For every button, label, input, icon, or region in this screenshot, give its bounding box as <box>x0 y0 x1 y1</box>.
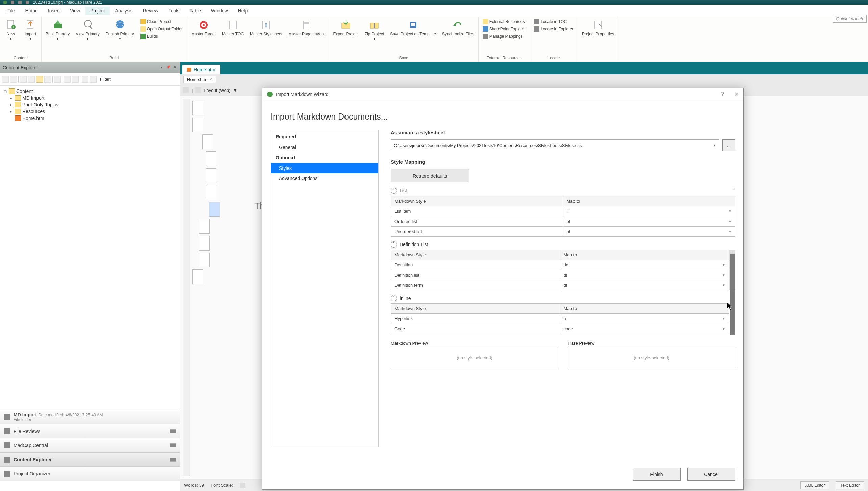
options-icon[interactable] <box>170 458 176 462</box>
view-primary-button[interactable]: View Primary▼ <box>76 19 99 41</box>
external-resources-button[interactable]: External Resources <box>483 19 526 24</box>
toolbar-button[interactable] <box>72 76 79 83</box>
help-icon[interactable]: ? <box>721 91 724 97</box>
master-target-button[interactable]: Master Target <box>191 19 216 36</box>
build-primary-button[interactable]: Build Primary▼ <box>46 19 70 41</box>
panel-pin-icon[interactable]: 📌 <box>166 65 171 70</box>
open-output-folder-button[interactable]: Open Output Folder <box>140 26 183 32</box>
page-thumb[interactable] <box>206 151 216 166</box>
locate-in-toc-button[interactable]: Locate in TOC <box>534 19 573 24</box>
mapto-dropdown[interactable]: dl▼ <box>560 270 729 280</box>
panel-tab-md-import[interactable]: MD Import Date modified: 4/8/2021 7:25:4… <box>0 410 180 424</box>
menu-home[interactable]: Home <box>21 7 43 15</box>
qat-icon[interactable] <box>26 1 29 4</box>
style-row[interactable]: Codecode▼ <box>391 324 729 334</box>
page-thumb[interactable] <box>206 168 216 183</box>
toolbar-button[interactable] <box>54 76 61 83</box>
menu-insert[interactable]: Insert <box>43 7 65 15</box>
menu-help[interactable]: Help <box>233 7 253 15</box>
menu-window[interactable]: Window <box>206 7 233 15</box>
toolbar-button[interactable] <box>28 76 35 83</box>
tree-node-print-only[interactable]: ▸Print-Only-Topics <box>7 101 179 108</box>
options-icon[interactable] <box>170 429 176 433</box>
page-thumb[interactable] <box>192 269 203 284</box>
style-row[interactable]: List itemli▼ <box>391 206 735 216</box>
stylesheet-path-input[interactable]: C:\Users\jmorse\Documents\My Projects\20… <box>391 139 719 151</box>
toolbar-button[interactable] <box>64 76 71 83</box>
toolbar-button[interactable] <box>195 87 201 93</box>
toolbar-button[interactable] <box>2 76 9 83</box>
collapse-icon[interactable]: ˄ <box>391 241 397 248</box>
page-thumb[interactable] <box>192 118 203 132</box>
project-properties-button[interactable]: Project Properties <box>582 19 614 36</box>
tree-node-content[interactable]: ▢Content <box>1 88 179 95</box>
synchronize-files-button[interactable]: Synchronize Files <box>442 19 474 36</box>
style-row[interactable]: Hyperlinka▼ <box>391 314 729 324</box>
master-toc-button[interactable]: Master TOC <box>222 19 244 36</box>
page-thumb[interactable] <box>209 202 220 217</box>
layout-dropdown[interactable]: Layout (Web) <box>204 88 230 93</box>
page-thumb[interactable] <box>206 185 216 200</box>
mapto-dropdown[interactable]: code▼ <box>560 324 729 334</box>
toolbar-button[interactable] <box>10 76 17 83</box>
panel-tab-file-reviews[interactable]: File Reviews <box>0 424 180 438</box>
sharepoint-explorer-button[interactable]: SharePoint Explorer <box>483 26 526 32</box>
mapto-dropdown[interactable]: dd▼ <box>560 260 729 270</box>
collapse-icon[interactable]: ˄ <box>733 188 735 193</box>
qat-icon[interactable] <box>11 1 14 4</box>
menu-project[interactable]: Project <box>85 7 110 15</box>
style-row[interactable]: Definition listdl▼ <box>391 270 729 280</box>
mapto-dropdown[interactable]: li▼ <box>563 206 735 216</box>
options-icon[interactable] <box>170 443 176 447</box>
menu-tools[interactable]: Tools <box>164 7 184 15</box>
save-as-template-button[interactable]: Save Project as Template <box>390 19 436 36</box>
style-row[interactable]: Definition termdt▼ <box>391 280 729 290</box>
qat-icon[interactable] <box>18 1 22 4</box>
page-thumb[interactable] <box>192 101 203 115</box>
inner-tab[interactable]: Home.htm✕ <box>183 76 216 83</box>
scrollbar-thumb[interactable] <box>730 254 735 335</box>
mapto-dropdown[interactable]: a▼ <box>560 314 729 324</box>
collapse-icon[interactable]: ˄ <box>391 295 397 301</box>
scrollbar[interactable] <box>729 250 735 290</box>
builds-button[interactable]: Builds <box>140 34 183 39</box>
font-scale-button[interactable] <box>240 483 245 488</box>
close-icon[interactable]: ✕ <box>209 77 212 82</box>
export-project-button[interactable]: Export Project <box>333 19 358 36</box>
page-thumb[interactable] <box>199 253 210 267</box>
browse-button[interactable]: ... <box>722 139 735 151</box>
finish-button[interactable]: Finish <box>633 468 681 481</box>
quick-launch-input[interactable]: Quick Launch <box>833 15 867 23</box>
master-page-layout-button[interactable]: Master Page Layout <box>288 19 325 36</box>
nav-styles[interactable]: Styles <box>271 163 378 173</box>
locate-in-explorer-button[interactable]: Locate in Explorer <box>534 26 573 32</box>
menu-view[interactable]: View <box>65 7 85 15</box>
text-editor-tab[interactable]: Text Editor <box>836 481 864 489</box>
publish-primary-button[interactable]: Publish Primary▼ <box>106 19 134 41</box>
menu-analysis[interactable]: Analysis <box>110 7 137 15</box>
cancel-button[interactable]: Cancel <box>687 468 735 481</box>
panel-dropdown-icon[interactable]: ▾ <box>159 65 164 70</box>
page-thumb[interactable] <box>199 236 210 251</box>
zip-project-button[interactable]: Zip Project▼ <box>365 19 384 41</box>
toolbar-button[interactable] <box>183 87 189 93</box>
toolbar-button[interactable] <box>44 76 51 83</box>
mapto-dropdown[interactable]: ul▼ <box>563 227 735 236</box>
mapto-dropdown[interactable]: dt▼ <box>560 280 729 290</box>
style-row[interactable]: Definitiondd▼ <box>391 260 729 270</box>
xml-editor-tab[interactable]: XML Editor <box>800 481 829 489</box>
manage-mappings-button[interactable]: Manage Mappings <box>483 34 526 39</box>
style-row[interactable]: Unordered listul▼ <box>391 227 735 236</box>
nav-general[interactable]: General <box>271 142 378 152</box>
close-icon[interactable]: ✕ <box>734 91 739 97</box>
panel-close-icon[interactable]: ✕ <box>173 65 177 70</box>
doc-tab-home[interactable]: Home.htm <box>182 65 220 74</box>
mapto-dropdown[interactable]: ol▼ <box>563 216 735 226</box>
chevron-down-icon[interactable]: ▼ <box>713 144 716 147</box>
import-button[interactable]: Import▼ <box>24 19 37 41</box>
toolbar-button[interactable] <box>36 76 43 83</box>
panel-tab-madcap-central[interactable]: MadCap Central <box>0 438 180 453</box>
new-button[interactable]: +New▼ <box>4 19 18 41</box>
master-stylesheet-button[interactable]: {}Master Stylesheet <box>250 19 282 36</box>
toolbar-button[interactable] <box>82 76 88 83</box>
